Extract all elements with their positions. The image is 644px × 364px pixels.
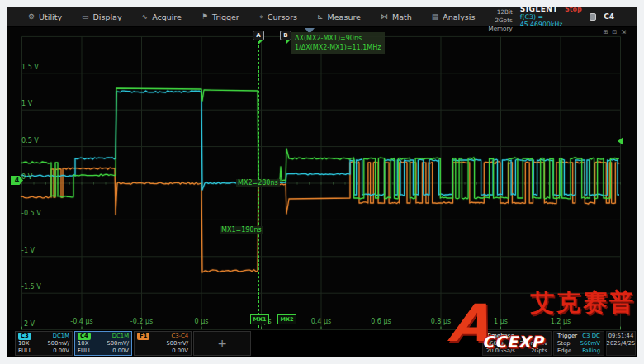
timebase-sample-rate: 20.0GSa/s bbox=[486, 347, 515, 355]
c4-offset: 0.00V bbox=[112, 347, 129, 355]
readout-delta-x: ΔX(MX2-MX1)=90ns bbox=[295, 34, 381, 43]
f1-offset: 0.00V bbox=[172, 347, 188, 355]
c3-bandwidth: FULL bbox=[18, 347, 31, 355]
timebase-title: Timebase bbox=[486, 333, 514, 340]
channel-tag-c3: C3 bbox=[18, 333, 31, 340]
y-axis-label: -2 V bbox=[21, 320, 35, 328]
add-channel-button[interactable]: + bbox=[193, 331, 251, 356]
c4-bandwidth: FULL bbox=[78, 347, 91, 355]
mx2-position-label: MX2=280ns bbox=[236, 179, 280, 187]
clock-panel: 09:51:44 2025/4/25 bbox=[606, 331, 636, 356]
c3-probe: 10X bbox=[18, 340, 29, 347]
y-axis-label: -1 V bbox=[21, 247, 35, 254]
grid-icon[interactable]: ⊞ bbox=[603, 29, 608, 35]
trigger-panel[interactable]: Trigger C3 DC Stop 560mV Edge Falling bbox=[553, 331, 604, 356]
trigger-source: C3 DC bbox=[582, 333, 600, 340]
function-tag-f1: F1 bbox=[137, 333, 149, 340]
cursor-a-flag-icon bbox=[259, 40, 263, 44]
waveform-svg bbox=[7, 7, 637, 357]
y-axis-label: 0 V bbox=[21, 173, 32, 181]
c3-scale: 500mV/ bbox=[47, 340, 69, 347]
trigger-level: 560mV bbox=[580, 340, 600, 347]
mx1-position-label: MX1=190ns bbox=[220, 226, 263, 234]
y-axis-label: 0.5 V bbox=[21, 137, 39, 144]
timebase-delay: 360ns bbox=[486, 340, 504, 347]
channel-descriptor-c3[interactable]: C3 DC1M 10X 500mV/ FULL 0.00V bbox=[15, 331, 73, 356]
waveform-display[interactable] bbox=[7, 26, 637, 330]
x-axis-label: 0.8 µs bbox=[423, 318, 459, 325]
trigger-level-icon[interactable] bbox=[618, 137, 623, 145]
function-descriptor-f1[interactable]: F1 C3-C4 500mV/ 0.00V bbox=[134, 331, 192, 356]
x-axis-label: 1 µs bbox=[483, 318, 519, 325]
trigger-type: Edge bbox=[557, 347, 571, 355]
x-axis-label: -0.4 µs bbox=[64, 318, 100, 325]
resize-icon[interactable]: ⇲ bbox=[621, 29, 626, 35]
c4-scale: 500mV/ bbox=[107, 340, 129, 347]
c4-probe: 10X bbox=[78, 340, 88, 347]
cursor-readout: ΔX(MX2-MX1)=90ns 1/ΔX(MX2-MX1)=11.1MHz bbox=[291, 32, 385, 54]
f1-scale: 500mV/ bbox=[166, 340, 188, 347]
y-axis-label: 1 V bbox=[21, 100, 32, 107]
c4-coupling: DC1M bbox=[112, 333, 129, 340]
plus-icon: + bbox=[197, 333, 248, 354]
timebase-panel[interactable]: Timebase 360ns 200ns/div 20.0GSa/s 2Gpts bbox=[482, 331, 552, 356]
descriptor-bar: C3 DC1M 10X 500mV/ FULL 0.00V C4 DC1M bbox=[7, 330, 637, 357]
zoom-window-icon[interactable]: ⊡ bbox=[612, 29, 617, 35]
y-axis-label: -0.5 V bbox=[21, 210, 41, 217]
y-axis-label: -1.5 V bbox=[21, 283, 41, 291]
x-axis-label: 0.6 µs bbox=[363, 318, 400, 325]
x-axis-label: 1.2 µs bbox=[542, 318, 579, 325]
channel-tag-c4: C4 bbox=[78, 333, 91, 340]
channel-descriptor-c4[interactable]: C4 DC1M 10X 500mV/ FULL 0.00V bbox=[74, 331, 132, 356]
c3-offset: 0.00V bbox=[53, 347, 69, 355]
trigger-title: Trigger bbox=[557, 333, 577, 340]
mx2-tag[interactable]: MX2 bbox=[277, 314, 296, 324]
timebase-memory: 2Gpts bbox=[531, 347, 547, 355]
y-axis-label: 1.5 V bbox=[21, 64, 39, 71]
trigger-slope: Falling bbox=[582, 347, 600, 355]
f1-source: C3-C4 bbox=[171, 333, 188, 340]
x-axis-label: 0 µs bbox=[183, 318, 220, 325]
cursor-line-mx2[interactable] bbox=[286, 41, 286, 328]
x-axis-label: -0.2 µs bbox=[124, 318, 160, 325]
readout-inv-delta-x: 1/ΔX(MX2-MX1)=11.1MHz bbox=[295, 43, 381, 52]
trigger-mode: Stop bbox=[557, 340, 570, 347]
plot-tool-icons: ⊞ ⊡ ⇲ bbox=[603, 29, 626, 35]
screenshot-frame: ⚙Utility▭Display∿Acquire⚑Trigger⌖Cursors… bbox=[0, 0, 644, 364]
oscilloscope-screen: ⚙Utility▭Display∿Acquire⚑Trigger⌖Cursors… bbox=[7, 7, 637, 357]
x-axis-label: 0.4 µs bbox=[303, 318, 339, 325]
timebase-scale: 200ns/div bbox=[520, 340, 547, 347]
mx1-tag[interactable]: MX1 bbox=[250, 314, 269, 324]
clock-date: 2025/4/25 bbox=[610, 340, 632, 347]
c3-coupling: DC1M bbox=[53, 333, 69, 340]
clock-time: 09:51:44 bbox=[610, 333, 632, 340]
